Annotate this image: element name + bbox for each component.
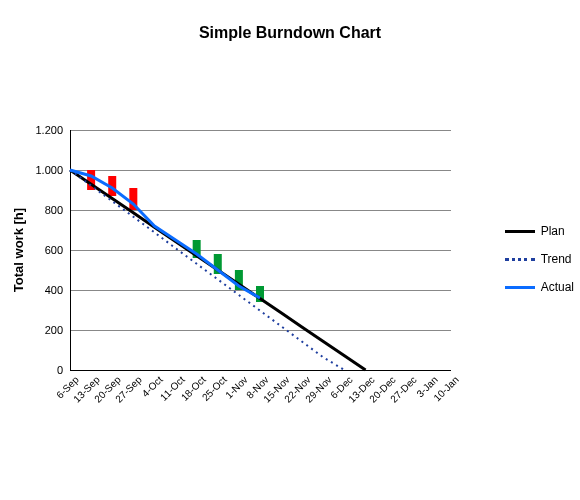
- legend-swatch: [505, 258, 535, 261]
- legend-swatch: [505, 230, 535, 233]
- y-tick-label: 400: [45, 284, 63, 296]
- y-tick-label: 1.200: [35, 124, 63, 136]
- legend-item: Plan: [505, 224, 574, 238]
- y-tick-label: 1.000: [35, 164, 63, 176]
- chart-lines: [70, 130, 450, 370]
- series-line: [70, 170, 344, 370]
- legend-item: Actual: [505, 280, 574, 294]
- legend-label: Trend: [541, 252, 572, 266]
- chart-plot-area: Total work [h] 02004006008001.0001.2006-…: [70, 130, 450, 370]
- legend-label: Actual: [541, 280, 574, 294]
- y-axis-label: Total work [h]: [11, 208, 26, 292]
- burndown-chart-container: Simple Burndown Chart Total work [h] 020…: [0, 0, 580, 500]
- legend-item: Trend: [505, 252, 574, 266]
- y-tick-label: 200: [45, 324, 63, 336]
- legend-swatch: [505, 286, 535, 289]
- x-tick-label: 1-Nov: [223, 374, 250, 401]
- y-tick-label: 0: [57, 364, 63, 376]
- legend-label: Plan: [541, 224, 565, 238]
- chart-title: Simple Burndown Chart: [0, 0, 580, 42]
- y-tick-label: 800: [45, 204, 63, 216]
- chart-legend: PlanTrendActual: [505, 210, 574, 308]
- y-tick-label: 600: [45, 244, 63, 256]
